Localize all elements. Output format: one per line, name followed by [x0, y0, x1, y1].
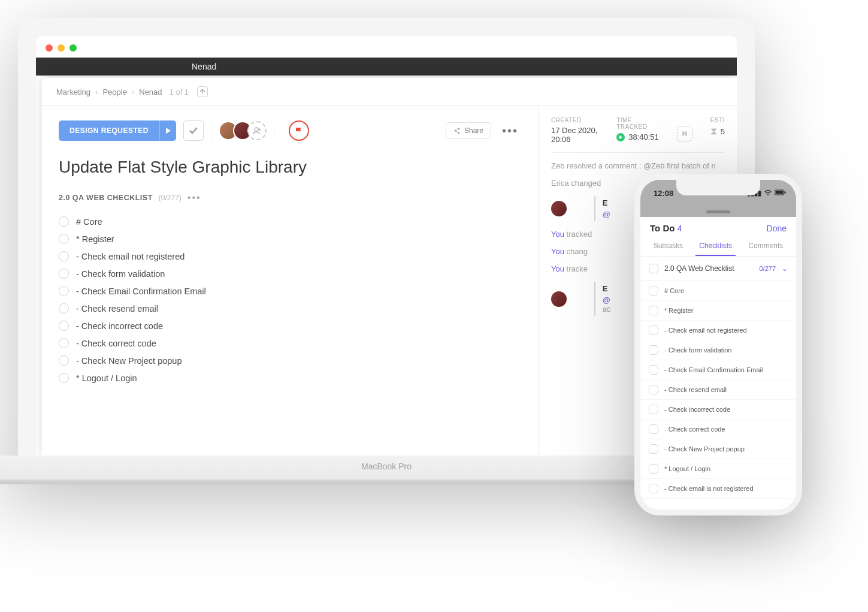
share-button[interactable]: Share [446, 122, 491, 139]
checkbox-icon[interactable] [59, 216, 69, 227]
more-menu-button[interactable]: ••• [498, 128, 522, 134]
status-button[interactable]: DESIGN REQUESTED [59, 120, 159, 141]
checkbox-icon[interactable] [59, 251, 69, 261]
checklist-item[interactable]: - Check New Project popup [59, 352, 522, 369]
checkbox-icon[interactable] [649, 306, 658, 315]
activity-you: You [551, 264, 564, 273]
phone-checklist-item[interactable]: - Check Email Confirmation Email [640, 360, 796, 380]
browser-tab-strip: Nenad [36, 58, 737, 76]
phone-drag-handle[interactable] [640, 206, 796, 217]
phone-checklist-label: - Check form validation [664, 346, 732, 354]
meta-badge: H [677, 117, 692, 144]
tab-subtasks[interactable]: Subtasks [650, 237, 686, 256]
phone-checklist-item[interactable]: - Check email is not registered [640, 479, 796, 499]
checkbox-icon[interactable] [649, 464, 658, 474]
phone-checklist: # Core * Register - Check email not regi… [640, 281, 796, 499]
meta-estimate: ESTI ⧗ 5 [710, 117, 725, 144]
checklist-item[interactable]: - Check email not registered [59, 248, 522, 265]
priority-flag-button[interactable] [289, 120, 309, 141]
checklist-name[interactable]: 2.0 QA WEB CHECKLIST [59, 194, 153, 202]
phone-checklist-item[interactable]: - Check New Project popup [640, 439, 796, 459]
checkbox-icon[interactable] [59, 234, 69, 244]
tab-checklists[interactable]: Checklists [695, 237, 736, 256]
checkbox-icon[interactable] [649, 325, 658, 335]
checklist-item[interactable]: - Check form validation [59, 265, 522, 282]
phone-checklist-item[interactable]: - Check resend email [640, 380, 796, 400]
checkbox-icon[interactable] [649, 484, 658, 493]
phone-checklist-label: - Check email not registered [664, 327, 747, 334]
checkbox-icon[interactable] [649, 264, 658, 273]
checklist-item[interactable]: - Check correct code [59, 334, 522, 352]
checkbox-icon[interactable] [649, 424, 658, 434]
breadcrumb-item[interactable]: Nenad [139, 88, 162, 97]
phone-tabs: Subtasks Checklists Comments [640, 237, 796, 257]
phone-checklist-label: - Check resend email [664, 386, 727, 393]
share-label: Share [464, 126, 483, 135]
checkbox-icon[interactable] [59, 269, 69, 279]
breadcrumb: Marketing › People › Nenad 1 of 1 [42, 78, 737, 106]
task-title[interactable]: Update Flat Style Graphic Library [59, 158, 522, 177]
checkbox-icon[interactable] [649, 385, 658, 394]
h-badge-icon[interactable]: H [677, 126, 692, 141]
phone-checklist-header[interactable]: 2.0 QA Web Checklist 0/277 ⌄ [640, 257, 796, 281]
checkbox-icon[interactable] [649, 405, 658, 414]
checklist-more-button[interactable]: ••• [187, 195, 201, 200]
assignees [219, 121, 267, 140]
breadcrumb-position: 1 of 1 [170, 88, 189, 97]
avatar[interactable] [551, 291, 567, 307]
minimize-window-icon[interactable] [58, 44, 65, 52]
checkbox-icon[interactable] [649, 365, 658, 375]
phone-checklist-label: - Check correct code [664, 426, 725, 433]
maximize-window-icon[interactable] [69, 44, 77, 52]
phone-checklist-item[interactable]: * Logout / Login [640, 459, 796, 479]
add-assignee-button[interactable] [247, 121, 267, 140]
checklist-item[interactable]: - Check incorrect code [59, 317, 522, 334]
phone-checklist-item[interactable]: - Check email not registered [640, 321, 796, 340]
phone-header: To Do 4 Done [640, 217, 796, 237]
checklist-item[interactable]: # Core [59, 213, 522, 230]
check-icon [189, 127, 198, 134]
meta-value[interactable]: 38:40:51 [616, 132, 659, 141]
meta-label [677, 117, 692, 123]
status-next-button[interactable] [159, 120, 176, 141]
checkbox-icon[interactable] [649, 345, 658, 355]
checkbox-icon[interactable] [59, 303, 69, 313]
meta-value[interactable]: ⧗ 5 [710, 126, 725, 137]
phone-checklist-item[interactable]: - Check incorrect code [640, 400, 796, 420]
checkbox-icon[interactable] [59, 373, 69, 383]
close-window-icon[interactable] [46, 44, 53, 52]
play-icon[interactable] [616, 133, 625, 141]
phone-checklist-item[interactable]: # Core [640, 281, 796, 301]
done-button[interactable]: Done [767, 224, 787, 233]
phone-checklist-label: - Check incorrect code [664, 406, 730, 413]
checklist-item[interactable]: - Check Email Confirmation Email [59, 282, 522, 300]
checkbox-icon[interactable] [59, 355, 69, 366]
checklist-item-label: - Check correct code [76, 339, 156, 348]
checklist-item[interactable]: - Check resend email [59, 300, 522, 317]
complete-checkbox[interactable] [183, 120, 204, 141]
checkbox-icon[interactable] [59, 338, 69, 348]
app-body: DESIGN REQUESTED [42, 106, 737, 455]
checklist-item-label: - Check incorrect code [76, 321, 163, 331]
phone-title-text: To Do [650, 223, 675, 233]
checkbox-icon[interactable] [59, 321, 69, 331]
expand-icon[interactable] [197, 86, 208, 97]
checkbox-icon[interactable] [649, 444, 658, 454]
browser-tab-label[interactable]: Nenad [192, 62, 216, 71]
meta-tracked: TIME TRACKED 38:40:51 [616, 117, 659, 144]
chevron-down-icon[interactable]: ⌄ [782, 264, 788, 273]
divider [211, 122, 211, 139]
checkbox-icon[interactable] [649, 286, 658, 296]
tab-comments[interactable]: Comments [745, 237, 787, 256]
breadcrumb-item[interactable]: Marketing [56, 88, 90, 97]
meta-value: 17 Dec 2020, 20:06 [551, 126, 598, 144]
checkbox-icon[interactable] [59, 286, 69, 296]
avatar[interactable] [551, 201, 567, 216]
phone-checklist-item[interactable]: - Check correct code [640, 420, 796, 439]
phone-checklist-item[interactable]: - Check form validation [640, 340, 796, 360]
breadcrumb-item[interactable]: People [102, 88, 126, 97]
phone-checklist-item[interactable]: * Register [640, 301, 796, 321]
checklist-item[interactable]: * Logout / Login [59, 369, 522, 387]
activity-line: Zeb resolved a comment : @Zeb first batc… [551, 161, 725, 170]
checklist-item[interactable]: * Register [59, 230, 522, 248]
